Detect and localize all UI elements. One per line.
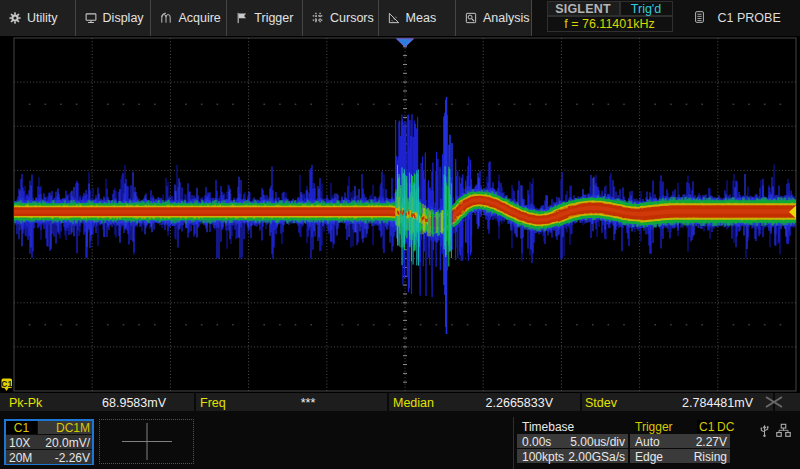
svg-text:C1: C1 <box>1 379 12 389</box>
